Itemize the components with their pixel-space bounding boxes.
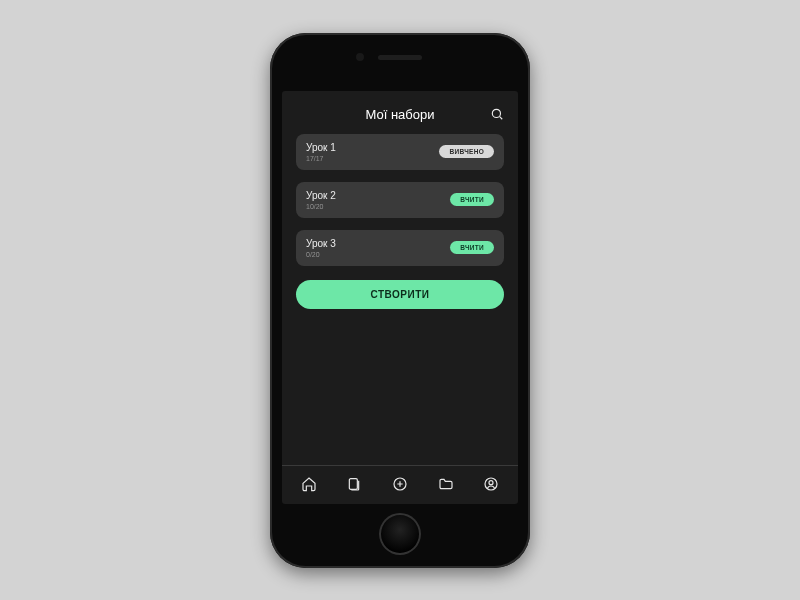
speaker-slot <box>378 55 422 60</box>
lesson-info: Урок 2 10/20 <box>306 190 336 210</box>
status-badge[interactable]: ВЧИТИ <box>450 193 494 206</box>
svg-rect-2 <box>350 478 358 489</box>
lesson-info: Урок 1 17/17 <box>306 142 336 162</box>
lesson-info: Урок 3 0/20 <box>306 238 336 258</box>
add-icon[interactable] <box>392 476 408 492</box>
front-camera <box>356 53 364 61</box>
status-badge[interactable]: ВИВЧЕНО <box>439 145 494 158</box>
header: Мої набори <box>282 91 518 134</box>
profile-icon[interactable] <box>483 476 499 492</box>
lesson-title: Урок 3 <box>306 238 336 249</box>
lesson-card[interactable]: Урок 3 0/20 ВЧИТИ <box>296 230 504 266</box>
phone-frame: Мої набори Урок 1 17/17 ВИВЧЕНО Урок 2 1… <box>270 33 530 568</box>
lesson-card[interactable]: Урок 2 10/20 ВЧИТИ <box>296 182 504 218</box>
lesson-progress: 17/17 <box>306 155 336 162</box>
tab-bar <box>282 465 518 504</box>
create-button[interactable]: СТВОРИТИ <box>296 280 504 309</box>
cards-icon[interactable] <box>346 476 362 492</box>
home-button[interactable] <box>379 513 421 555</box>
svg-point-7 <box>489 480 493 484</box>
create-wrap: СТВОРИТИ <box>282 266 518 309</box>
lesson-card[interactable]: Урок 1 17/17 ВИВЧЕНО <box>296 134 504 170</box>
svg-point-6 <box>485 478 497 490</box>
lesson-progress: 10/20 <box>306 203 336 210</box>
search-icon[interactable] <box>490 107 504 121</box>
svg-point-0 <box>492 109 500 117</box>
lesson-title: Урок 2 <box>306 190 336 201</box>
screen: Мої набори Урок 1 17/17 ВИВЧЕНО Урок 2 1… <box>282 91 518 504</box>
home-icon[interactable] <box>301 476 317 492</box>
folder-icon[interactable] <box>438 476 454 492</box>
page-title: Мої набори <box>365 107 434 122</box>
lesson-list: Урок 1 17/17 ВИВЧЕНО Урок 2 10/20 ВЧИТИ … <box>282 134 518 266</box>
lesson-title: Урок 1 <box>306 142 336 153</box>
svg-line-1 <box>500 116 503 119</box>
status-badge[interactable]: ВЧИТИ <box>450 241 494 254</box>
lesson-progress: 0/20 <box>306 251 336 258</box>
